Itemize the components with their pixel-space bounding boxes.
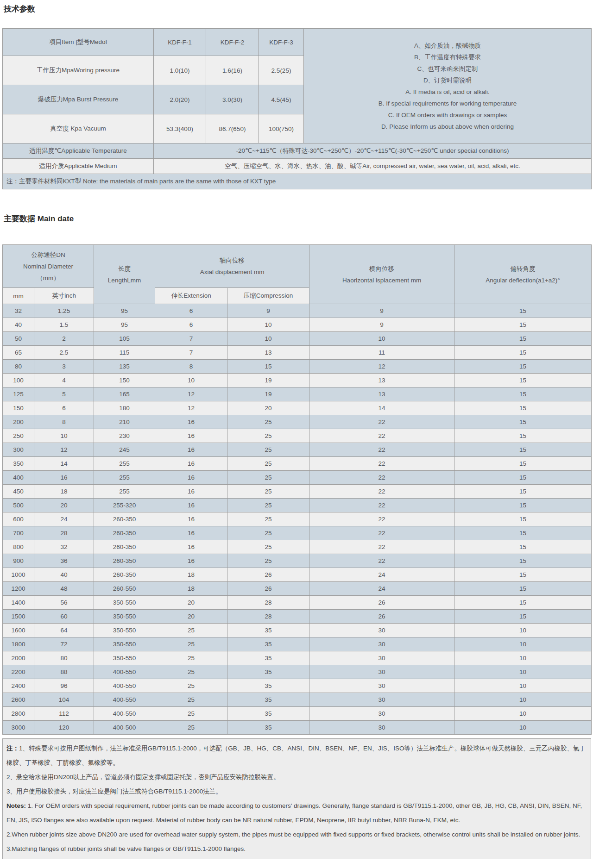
cell-compression: 28 (227, 610, 309, 624)
cell-extension: 16 (155, 457, 227, 471)
cell-compression: 25 (227, 485, 309, 499)
section-title-tech: 技术参数 (4, 4, 591, 14)
ordering-notes-cell: A、如介质油，酸碱物质B、工作温度有特殊要求C、也可来函来图定制D、订货时需说明… (304, 29, 592, 144)
cell-horizontal-displacement: 22 (309, 429, 454, 443)
cell-compression: 19 (227, 387, 309, 401)
cell-extension: 16 (155, 485, 227, 499)
cell-dn-mm: 100 (3, 374, 34, 387)
cell-angular-deflection: 15 (454, 332, 592, 346)
cell-horizontal-displacement: 14 (309, 401, 454, 415)
cell-angular-deflection: 10 (454, 679, 592, 693)
cell-dn-inch: 2.5 (34, 346, 94, 360)
cell-dn-mm: 150 (3, 401, 34, 415)
cell-extension: 16 (155, 526, 227, 540)
cell-compression: 25 (227, 540, 309, 554)
cell-horizontal-displacement: 26 (309, 596, 454, 610)
cell-angular-deflection: 15 (454, 499, 592, 512)
cell-compression: 10 (227, 318, 309, 332)
cell-horizontal-displacement: 30 (309, 707, 454, 721)
cell-extension: 25 (155, 665, 227, 679)
value-cell: 4.5(45) (259, 85, 304, 114)
cell-dn-inch: 4 (34, 374, 94, 387)
cell-dn-mm: 1800 (3, 637, 34, 651)
header-angular-deflection: 偏转角度 Angular deflection(a1+a2)° (454, 245, 592, 304)
cell-horizontal-displacement: 30 (309, 679, 454, 693)
cell-dn-mm: 900 (3, 554, 34, 568)
cell-angular-deflection: 15 (454, 512, 592, 526)
cell-dn-mm: 800 (3, 540, 34, 554)
header-line: 公称通径DN (5, 249, 92, 261)
ordering-note-line: B. If special requirements for working t… (306, 98, 589, 109)
cell-horizontal-displacement: 22 (309, 415, 454, 429)
cell-extension: 7 (155, 332, 227, 346)
table-row: 60024260-35016252215 (3, 512, 592, 526)
cell-angular-deflection: 15 (454, 374, 592, 387)
subheader-inch: 英寸inch (34, 288, 94, 304)
cell-extension: 25 (155, 707, 227, 721)
cell-dn-mm: 350 (3, 457, 34, 471)
cell-compression: 20 (227, 401, 309, 415)
table-row: 240096400-55025353010 (3, 679, 592, 693)
cell-compression: 13 (227, 346, 309, 360)
header-nominal-diameter: 公称通径DN Nominal Diameter （mm） (3, 245, 94, 288)
cell-angular-deflection: 15 (454, 429, 592, 443)
header-line: （mm） (5, 272, 92, 284)
cell-compression: 35 (227, 637, 309, 651)
cell-dn-mm: 32 (3, 304, 34, 318)
header-line: 长度 (96, 263, 153, 275)
cell-dn-inch: 60 (34, 610, 94, 624)
cell-dn-inch: 112 (34, 707, 94, 721)
cell-compression: 15 (227, 360, 309, 374)
model-header-kdf-f-2: KDF-F-2 (206, 29, 259, 56)
cell-length: 350-550 (94, 596, 155, 610)
value-cell: 2.0(20) (154, 85, 206, 114)
cell-compression: 26 (227, 582, 309, 596)
table-row: 2600104400-55025353010 (3, 693, 592, 707)
cell-length: 260-350 (94, 554, 155, 568)
cell-angular-deflection: 10 (454, 707, 592, 721)
cell-dn-inch: 28 (34, 526, 94, 540)
cell-compression: 25 (227, 554, 309, 568)
table-row: 100415010191315 (3, 374, 592, 387)
cell-extension: 12 (155, 387, 227, 401)
cell-angular-deflection: 15 (454, 443, 592, 457)
cell-compression: 35 (227, 693, 309, 707)
cell-angular-deflection: 15 (454, 526, 592, 540)
cell-angular-deflection: 15 (454, 596, 592, 610)
cell-dn-mm: 50 (3, 332, 34, 346)
header-line: LengthLmm (96, 275, 153, 286)
cell-extension: 16 (155, 540, 227, 554)
cell-extension: 16 (155, 554, 227, 568)
cell-compression: 25 (227, 429, 309, 443)
cell-dn-mm: 300 (3, 443, 34, 457)
cell-horizontal-displacement: 13 (309, 374, 454, 387)
cell-dn-inch: 32 (34, 540, 94, 554)
cell-angular-deflection: 15 (454, 457, 592, 471)
cell-dn-mm: 2000 (3, 651, 34, 665)
cell-horizontal-displacement: 30 (309, 637, 454, 651)
table-row: 220088400-55025353010 (3, 665, 592, 679)
cell-horizontal-displacement: 30 (309, 665, 454, 679)
medium-value-cell: 空气、压缩空气、水、海水、热水、油、酸、碱等Air, compressed ai… (154, 159, 592, 174)
cell-compression: 19 (227, 374, 309, 387)
table-row: 100040260-35018262415 (3, 568, 592, 582)
value-cell: 1.0(10) (154, 56, 206, 85)
cell-compression: 35 (227, 651, 309, 665)
cell-extension: 16 (155, 471, 227, 485)
cell-horizontal-displacement: 22 (309, 443, 454, 457)
cell-compression: 25 (227, 471, 309, 485)
bottom-note-paragraph: 注：1、特殊要求可按用户图纸制作，法兰标准采用GB/T9115.1-2000，可… (6, 741, 587, 770)
bottom-note-paragraph: 3、用户使用橡胶接头，对应法兰应是阀门法兰或符合GB/T9115.1-2000法… (6, 784, 587, 799)
cell-dn-mm: 200 (3, 415, 34, 429)
cell-dn-inch: 2 (34, 332, 94, 346)
cell-length: 255 (94, 457, 155, 471)
cell-dn-mm: 2800 (3, 707, 34, 721)
cell-extension: 18 (155, 582, 227, 596)
cell-length: 105 (94, 332, 155, 346)
cell-compression: 28 (227, 596, 309, 610)
cell-angular-deflection: 15 (454, 346, 592, 360)
main-table-body: 321.259569915401.59561091550210571010156… (3, 304, 592, 735)
tech-footnote-cell: 注：主要零件材料同KXT型 Note: the materials of mai… (3, 174, 592, 189)
cell-length: 260-350 (94, 568, 155, 582)
cell-horizontal-displacement: 26 (309, 610, 454, 624)
